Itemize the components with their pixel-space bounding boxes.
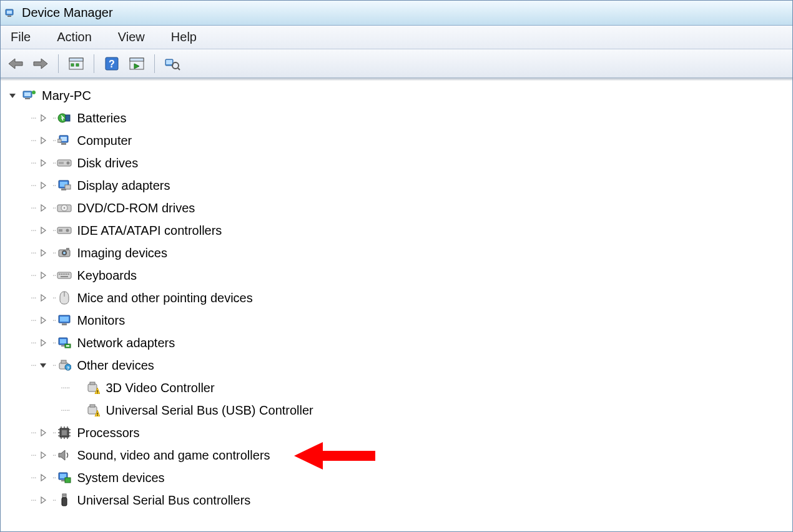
svg-rect-89 [62,498,67,506]
svg-text:?: ? [67,365,70,371]
tree-node[interactable]: ·····DVD/CD-ROM drives [4,197,792,219]
tree-root-node[interactable]: Mary-PC [4,84,792,107]
svg-rect-17 [24,92,31,96]
svg-rect-21 [66,115,70,121]
tree-node-label[interactable]: Monitors [77,313,125,327]
svg-text:?: ? [109,59,115,69]
expand-icon[interactable] [37,180,49,191]
device-manager-window: Device Manager File Action View Help [0,0,793,532]
device-tree-area[interactable]: Mary-PC ·····Batteries·····Computer·····… [1,81,792,531]
usb-controller-icon [57,493,72,508]
svg-rect-1 [7,11,12,14]
expand-icon[interactable] [37,450,49,461]
tree-node-label[interactable]: Processors [77,426,139,440]
tree-node-label[interactable]: Display adapters [77,179,170,192]
svg-text:!: ! [97,411,99,416]
expand-icon[interactable] [37,112,49,124]
svg-rect-13 [166,60,172,64]
svg-rect-65 [90,382,95,385]
svg-rect-90 [64,495,64,496]
expand-icon[interactable] [37,202,49,214]
processor-icon [57,425,72,440]
nav-forward-button[interactable] [29,52,52,75]
tree-node[interactable]: ·····Universal Serial Bus controllers [4,489,792,511]
svg-rect-54 [62,323,67,325]
tree-node[interactable]: ·····Sound, video and game controllers [4,444,792,466]
svg-rect-43 [57,272,71,278]
expand-icon[interactable] [37,225,49,236]
expand-icon[interactable] [37,337,49,348]
tree-node[interactable]: ·····Computer [4,129,792,152]
tree-node[interactable]: ·····System devices [4,466,792,489]
tree-node-label[interactable]: Batteries [77,111,126,125]
window-title: Device Manager [22,6,113,20]
svg-rect-25 [57,139,61,142]
collapse-icon[interactable] [37,360,49,371]
tree-node-label[interactable]: Universal Serial Bus controllers [77,493,250,507]
tree-node[interactable]: ·····Display adapters [4,174,792,197]
tree-node[interactable]: ·····Network adapters [4,332,792,354]
expand-icon[interactable] [37,292,49,303]
title-bar[interactable]: Device Manager [1,1,792,26]
action-pane-button[interactable] [126,52,148,75]
tree-node[interactable]: ·····?Other devices [4,354,792,377]
expand-icon[interactable] [37,135,49,146]
tree-node[interactable]: ·····Batteries [4,107,792,129]
tree-node[interactable]: ·····IDE ATA/ATAPI controllers [4,219,792,242]
collapse-icon[interactable] [7,90,18,101]
ide-controller-icon [57,223,72,238]
svg-rect-46 [62,273,64,275]
tree-node-label[interactable]: Sound, video and game controllers [77,448,270,462]
svg-rect-4 [69,58,83,61]
expand-icon[interactable] [37,157,49,169]
toolbar: ? [1,49,792,78]
warning-device-icon: ! [86,380,101,395]
tree-node-label[interactable]: Other devices [77,358,154,372]
svg-rect-67 [88,406,97,414]
svg-rect-91 [65,495,66,496]
tree-child-node[interactable]: ·····!Universal Serial Bus (USB) Control… [4,399,792,421]
tree-node[interactable]: ·····Keyboards [4,264,792,287]
help-icon: ? [104,56,119,71]
svg-point-27 [67,162,70,165]
expand-icon[interactable] [37,472,49,483]
tree-node[interactable]: ·····Mice and other pointing devices [4,287,792,309]
tree-node-label[interactable]: Computer [77,134,132,147]
menu-help[interactable]: Help [167,29,200,46]
toolbar-separator [94,54,94,73]
tree-node[interactable]: ·····Disk drives [4,152,792,174]
tree-node-label[interactable]: System devices [77,471,164,485]
svg-rect-47 [64,273,66,275]
tree-node-label[interactable]: Keyboards [77,268,137,282]
tree-child-node[interactable]: ·····!3D Video Controller [4,377,792,399]
tree-node-label[interactable]: Network adapters [77,336,175,350]
show-hide-console-button[interactable] [65,52,87,75]
expand-icon[interactable] [37,495,49,506]
tree-node-label[interactable]: Mice and other pointing devices [77,291,252,305]
svg-point-19 [32,91,36,94]
scan-hardware-button[interactable] [161,52,184,75]
tree-node-label[interactable]: DVD/CD-ROM drives [77,201,195,215]
nav-back-button[interactable] [4,52,27,75]
menu-file[interactable]: File [7,29,34,46]
svg-rect-64 [88,384,97,392]
expand-icon[interactable] [37,247,49,259]
svg-marker-11 [134,64,139,69]
tree-node-label[interactable]: IDE ATA/ATAPI controllers [77,224,222,237]
svg-rect-71 [62,430,67,435]
tree-child-label[interactable]: 3D Video Controller [106,381,214,395]
expand-icon[interactable] [37,315,49,326]
device-tree: Mary-PC ·····Batteries·····Computer·····… [1,81,792,511]
tree-node-label[interactable]: Disk drives [77,156,138,170]
menu-view[interactable]: View [114,29,149,46]
help-button[interactable]: ? [101,52,123,75]
tree-node-label[interactable]: Imaging devices [77,246,167,260]
expand-icon[interactable] [37,270,49,281]
tree-node[interactable]: ·····Processors [4,421,792,444]
tree-node[interactable]: ·····Monitors [4,309,792,332]
tree-child-label[interactable]: Universal Serial Bus (USB) Controller [106,403,313,417]
tree-node[interactable]: ·····Imaging devices [4,242,792,264]
expand-icon[interactable] [37,427,49,438]
tree-root-label[interactable]: Mary-PC [42,89,91,102]
menu-action[interactable]: Action [53,29,96,46]
